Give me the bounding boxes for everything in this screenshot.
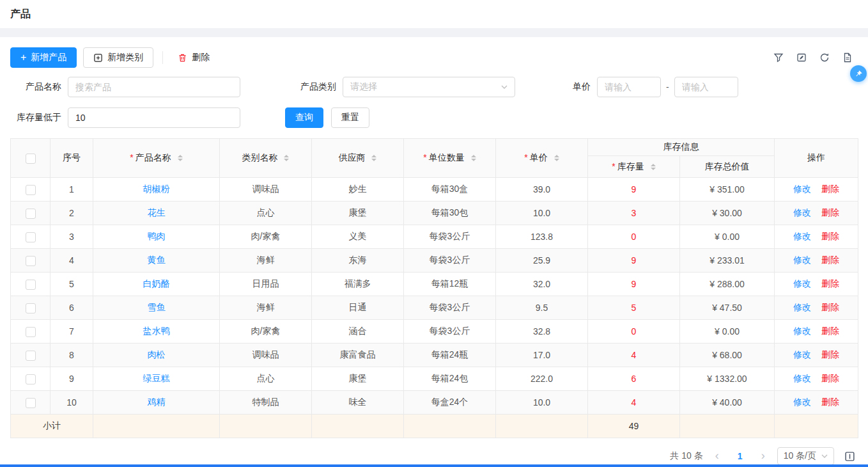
price-max-input[interactable] [674, 77, 738, 97]
product-name-link[interactable]: 雪鱼 [148, 302, 166, 312]
row-checkbox[interactable] [26, 351, 36, 361]
filter-icon[interactable] [773, 52, 784, 63]
table-row: 3鸭肉肉/家禽义美每袋3公斤123.80¥ 0.00修改删除 [11, 225, 858, 249]
price-min-input[interactable] [597, 77, 661, 97]
refresh-icon[interactable] [819, 52, 830, 63]
cell-actions: 修改删除 [775, 225, 858, 249]
cell-product-name: 盐水鸭 [93, 320, 220, 344]
product-name-link[interactable]: 白奶酪 [143, 278, 170, 289]
price-range-separator: - [666, 82, 669, 92]
pagination-prev-button[interactable]: ‹ [709, 447, 725, 465]
product-name-link[interactable]: 绿豆糕 [143, 373, 170, 383]
pagination-next-button[interactable]: › [756, 447, 771, 465]
page-size-select[interactable]: 10 条/页 [777, 447, 834, 465]
cell-supplier: 福满多 [312, 273, 404, 296]
cell-stock-value: ¥ 68.00 [680, 344, 775, 367]
add-product-button[interactable]: + 新增产品 [10, 47, 77, 68]
row-edit-link[interactable]: 修改 [793, 255, 811, 265]
product-name-link[interactable]: 黄鱼 [148, 255, 166, 265]
cell-index: 9 [50, 367, 93, 391]
row-checkbox[interactable] [26, 303, 36, 313]
row-select-cell [11, 249, 50, 273]
sort-icon[interactable] [371, 155, 376, 161]
add-category-label: 新增类别 [107, 52, 143, 63]
stock-below-input[interactable] [68, 107, 240, 128]
add-category-button[interactable]: 新增类别 [83, 47, 153, 68]
row-delete-link[interactable]: 删除 [821, 373, 839, 383]
document-icon[interactable] [842, 52, 853, 63]
toolbar-right-icons [773, 52, 858, 63]
row-delete-link[interactable]: 删除 [821, 207, 839, 218]
pin-button[interactable] [850, 65, 867, 82]
row-delete-link[interactable]: 删除 [821, 349, 839, 360]
row-edit-link[interactable]: 修改 [793, 278, 811, 289]
table-edit-icon[interactable] [796, 52, 807, 63]
cell-product-name: 肉松 [93, 344, 220, 367]
row-edit-link[interactable]: 修改 [793, 231, 811, 241]
query-button[interactable]: 查询 [285, 107, 323, 128]
row-checkbox[interactable] [26, 256, 36, 266]
row-checkbox[interactable] [26, 185, 36, 195]
cell-index: 3 [50, 225, 93, 249]
cell-actions: 修改删除 [775, 367, 858, 391]
toolbar: + 新增产品 新增类别 删除 [8, 45, 860, 77]
row-checkbox[interactable] [26, 280, 36, 290]
row-delete-link[interactable]: 删除 [821, 302, 839, 312]
sort-icon[interactable] [554, 155, 559, 161]
cell-product-name: 鸡精 [93, 391, 220, 415]
row-select-cell [11, 391, 50, 415]
product-name-link[interactable]: 肉松 [148, 349, 166, 360]
col-header-stock: *库存量 [588, 156, 680, 178]
cell-stock: 9 [588, 273, 680, 296]
cell-index: 6 [50, 296, 93, 320]
cell-unit-quantity: 每箱24瓶 [404, 344, 496, 367]
row-delete-link[interactable]: 删除 [821, 255, 839, 265]
cell-stock: 6 [588, 367, 680, 391]
category-label: 产品类别 [285, 81, 336, 93]
product-name-link[interactable]: 鸭肉 [148, 231, 166, 241]
table-row: 5白奶酪日用品福满多每箱12瓶32.09¥ 288.00修改删除 [11, 273, 858, 296]
row-delete-link[interactable]: 删除 [821, 397, 839, 407]
select-all-checkbox[interactable] [26, 154, 36, 164]
row-edit-link[interactable]: 修改 [793, 326, 811, 336]
table-row: 1胡椒粉调味品妙生每箱30盒39.09¥ 351.00修改删除 [11, 178, 858, 202]
row-checkbox[interactable] [26, 209, 36, 219]
cell-product-name: 鸭肉 [93, 225, 220, 249]
col-header-index: 序号 [50, 139, 93, 178]
row-edit-link[interactable]: 修改 [793, 184, 811, 194]
sort-icon[interactable] [651, 164, 656, 170]
row-delete-link[interactable]: 删除 [821, 184, 839, 194]
row-checkbox[interactable] [26, 398, 36, 408]
cell-supplier: 东海 [312, 249, 404, 273]
row-checkbox[interactable] [26, 374, 36, 384]
row-select-cell [11, 367, 50, 391]
product-name-link[interactable]: 盐水鸭 [143, 326, 170, 336]
table-settings-icon[interactable] [844, 451, 855, 462]
row-edit-link[interactable]: 修改 [793, 207, 811, 218]
product-name-link[interactable]: 鸡精 [148, 397, 166, 407]
row-checkbox[interactable] [26, 327, 36, 337]
reset-button[interactable]: 重置 [331, 107, 369, 128]
row-checkbox[interactable] [26, 232, 36, 242]
row-edit-link[interactable]: 修改 [793, 349, 811, 360]
cell-category: 海鲜 [220, 296, 312, 320]
category-select[interactable]: 请选择 [343, 77, 515, 97]
product-name-link[interactable]: 花生 [148, 207, 166, 218]
delete-button[interactable]: 删除 [172, 47, 215, 68]
row-delete-link[interactable]: 删除 [821, 278, 839, 289]
summary-stock-total: 49 [588, 415, 680, 438]
cell-index: 4 [50, 249, 93, 273]
page-title: 产品 [10, 8, 31, 21]
sort-icon[interactable] [178, 155, 183, 161]
row-edit-link[interactable]: 修改 [793, 302, 811, 312]
row-delete-link[interactable]: 删除 [821, 326, 839, 336]
row-edit-link[interactable]: 修改 [793, 397, 811, 407]
sort-icon[interactable] [471, 155, 476, 161]
sort-icon[interactable] [284, 155, 289, 161]
product-name-input[interactable] [68, 77, 240, 97]
pagination-page-1[interactable]: 1 [731, 447, 749, 465]
cell-category: 海鲜 [220, 249, 312, 273]
row-delete-link[interactable]: 删除 [821, 231, 839, 241]
row-edit-link[interactable]: 修改 [793, 373, 811, 383]
product-name-link[interactable]: 胡椒粉 [143, 184, 170, 194]
